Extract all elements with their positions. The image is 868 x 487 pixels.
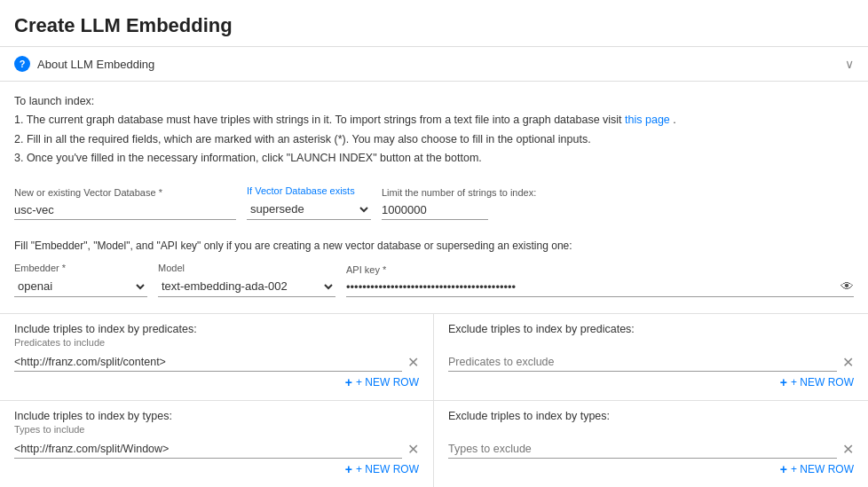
- supersede-group: If Vector Database exists supersede skip…: [247, 185, 371, 220]
- include-types-subtitle: Types to include: [14, 424, 419, 435]
- exclude-types-close-icon[interactable]: ✕: [842, 443, 854, 457]
- vector-db-row: New or existing Vector Database * If Vec…: [14, 185, 854, 220]
- exclude-types-input[interactable]: [448, 440, 837, 459]
- eye-icon[interactable]: 👁: [840, 279, 854, 294]
- include-types-close-icon[interactable]: ✕: [407, 443, 419, 457]
- embedder-section: Embedder * openai cohere huggingface Mod…: [0, 255, 868, 310]
- embedder-label: Embedder *: [14, 263, 147, 273]
- include-types-box: Include triples to index by types: Types…: [0, 401, 434, 487]
- exclude-predicates-close-icon[interactable]: ✕: [842, 356, 854, 370]
- limit-group: Limit the number of strings to index:: [382, 187, 536, 220]
- limit-input[interactable]: [382, 200, 488, 220]
- supersede-select[interactable]: supersede skip update: [247, 199, 371, 220]
- instructions-line2: 2. Fill in all the required fields, whic…: [14, 130, 854, 149]
- chevron-down-icon: ∨: [845, 57, 854, 71]
- include-predicates-subtitle: Predicates to include: [14, 337, 419, 348]
- this-page-link[interactable]: this page: [625, 114, 670, 126]
- embedder-group: Embedder * openai cohere huggingface: [14, 263, 147, 297]
- include-predicates-title: Include triples to index by predicates:: [14, 323, 419, 335]
- instructions-line3: 3. Once you've filled in the necessary i…: [14, 149, 854, 168]
- page-title: Create LLM Embedding: [0, 0, 868, 46]
- include-types-new-row[interactable]: + + NEW ROW: [14, 459, 419, 482]
- api-key-group: API key * 👁: [346, 264, 854, 297]
- include-types-row: ✕: [14, 440, 419, 459]
- include-predicates-input[interactable]: [14, 353, 402, 372]
- api-key-label: API key *: [346, 264, 854, 275]
- include-types-title: Include triples to index by types:: [14, 410, 419, 422]
- exclude-types-new-row[interactable]: + + NEW ROW: [448, 459, 854, 482]
- help-icon: ?: [14, 56, 30, 72]
- model-select[interactable]: text-embedding-ada-002 text-embedding-3-…: [158, 276, 335, 297]
- api-key-input[interactable]: [346, 278, 854, 297]
- if-vector-label: If Vector Database exists: [247, 185, 371, 196]
- instructions-line1: 1. The current graph database must have …: [14, 111, 854, 130]
- include-types-input[interactable]: [14, 440, 402, 459]
- include-predicates-box: Include triples to index by predicates: …: [0, 314, 434, 401]
- fill-note: Fill "Embedder", "Model", and "API key" …: [0, 232, 868, 255]
- model-label: Model: [158, 263, 335, 273]
- vector-db-section: New or existing Vector Database * If Vec…: [0, 178, 868, 232]
- exclude-predicates-title: Exclude triples to index by predicates:: [448, 323, 854, 335]
- exclude-types-row: ✕: [448, 440, 854, 459]
- exclude-types-box: Exclude triples to index by types: ✕ + +…: [434, 401, 868, 487]
- accordion-header[interactable]: ? About LLM Embedding ∨: [0, 46, 868, 82]
- exclude-predicates-subtitle: [448, 337, 854, 348]
- model-group: Model text-embedding-ada-002 text-embedd…: [158, 263, 335, 297]
- include-predicates-new-row[interactable]: + + NEW ROW: [14, 372, 419, 395]
- include-predicates-row: ✕: [14, 353, 419, 372]
- predicates-grid: Include triples to index by predicates: …: [0, 313, 868, 487]
- instructions-header: To launch index:: [14, 92, 854, 111]
- exclude-predicates-new-row[interactable]: + + NEW ROW: [448, 372, 854, 395]
- exclude-predicates-box: Exclude triples to index by predicates: …: [434, 314, 868, 401]
- exclude-types-title: Exclude triples to index by types:: [448, 410, 854, 422]
- main-container: Create LLM Embedding ? About LLM Embeddi…: [0, 0, 868, 487]
- vector-db-label: New or existing Vector Database *: [14, 187, 236, 198]
- limit-label: Limit the number of strings to index:: [382, 187, 536, 198]
- instructions: To launch index: 1. The current graph da…: [0, 82, 868, 178]
- exclude-predicates-row: ✕: [448, 353, 854, 372]
- accordion-label: About LLM Embedding: [37, 58, 845, 71]
- exclude-predicates-input[interactable]: [448, 353, 837, 372]
- vector-db-input[interactable]: [14, 200, 236, 220]
- embedder-select[interactable]: openai cohere huggingface: [14, 276, 147, 297]
- include-predicates-close-icon[interactable]: ✕: [407, 356, 419, 370]
- exclude-types-subtitle: [448, 424, 854, 435]
- vector-db-group: New or existing Vector Database *: [14, 187, 236, 220]
- embedder-row: Embedder * openai cohere huggingface Mod…: [14, 263, 854, 297]
